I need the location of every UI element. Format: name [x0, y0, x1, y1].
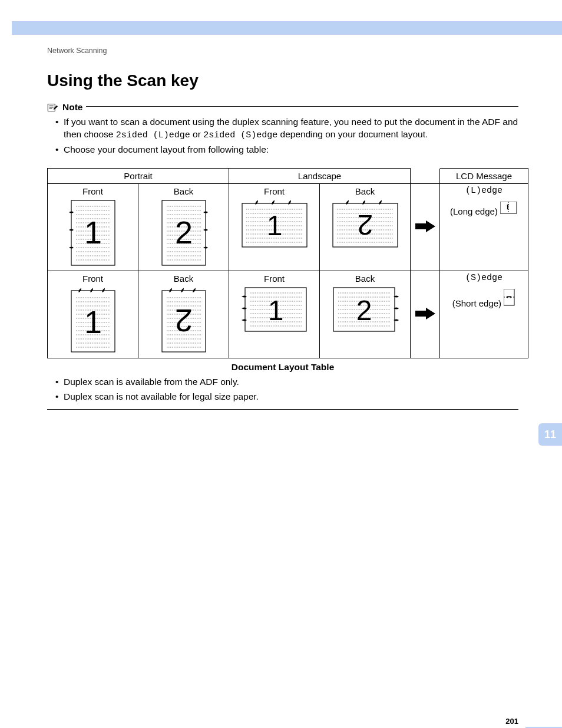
note-end-rule	[47, 409, 518, 410]
document-layout-table: Portrait Landscape LCD Message Front 1 B…	[47, 168, 528, 358]
lcd-shortedge: (S)edge (Short edge)	[440, 271, 528, 358]
arrow-longedge	[411, 184, 440, 271]
svg-text:2: 2	[174, 215, 192, 250]
header-portrait: Portrait	[48, 169, 229, 184]
svg-text:2: 2	[356, 295, 372, 326]
cell-landscape-back-shortedge: Back 2	[320, 271, 411, 358]
note-bullet-1: If you want to scan a document using the…	[55, 116, 518, 141]
cell-landscape-front-shortedge: Front 1	[229, 271, 320, 358]
note-block: Note If you want to scan a document usin…	[47, 102, 518, 410]
header-accent	[12, 21, 562, 35]
cell-landscape-front-longedge: Front 1	[229, 184, 320, 271]
running-header: Network Scanning	[47, 47, 518, 55]
note-rule	[86, 106, 518, 107]
long-edge-icon	[500, 202, 518, 219]
cell-portrait-front-shortedge: Front 1	[48, 271, 138, 358]
cell-portrait-back-shortedge: Back 2	[138, 271, 229, 358]
note-pencil-icon	[47, 103, 59, 112]
cell-portrait-front-longedge: Front 1	[48, 184, 138, 271]
header-landscape: Landscape	[229, 169, 411, 184]
svg-text:1: 1	[266, 210, 282, 241]
svg-text:2: 2	[174, 303, 192, 338]
lcd-longedge: (L)edge (Long edge)	[440, 184, 528, 271]
svg-text:2: 2	[357, 209, 373, 241]
page-number: 201	[505, 717, 518, 726]
svg-text:1: 1	[84, 304, 101, 340]
note-label: Note	[62, 102, 82, 113]
svg-text:1: 1	[267, 295, 283, 326]
table-caption: Document Layout Table	[47, 362, 518, 373]
section-tab: 11	[538, 423, 562, 446]
svg-text:1: 1	[84, 215, 101, 250]
header-lcd: LCD Message	[440, 169, 528, 184]
note-bullet-2: Choose your document layout from followi…	[55, 144, 518, 156]
arrow-shortedge	[411, 271, 440, 358]
cell-portrait-back-longedge: Back 2	[138, 184, 229, 271]
short-edge-icon	[504, 289, 515, 311]
note-bullet-3: Duplex scan is available from the ADF on…	[55, 376, 518, 388]
cell-landscape-back-longedge: Back 2	[320, 184, 411, 271]
note-bullet-4: Duplex scan is not available for legal s…	[55, 391, 518, 403]
page-title: Using the Scan key	[47, 71, 518, 90]
